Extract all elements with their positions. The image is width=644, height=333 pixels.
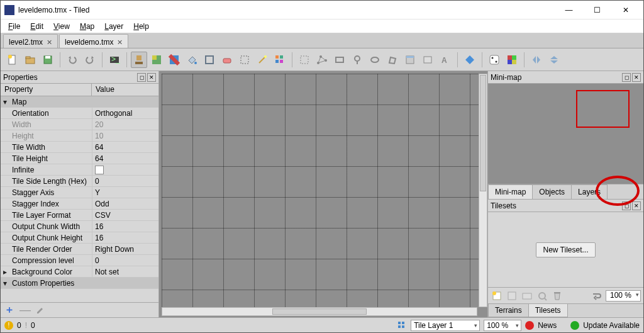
property-row[interactable]: Tile Height64 — [1, 153, 158, 164]
property-row[interactable]: Output Chunk Height16 — [1, 232, 158, 244]
redo-icon[interactable] — [82, 52, 98, 68]
property-row[interactable]: OrientationOrthogonal — [1, 108, 158, 119]
property-row[interactable]: Tile Side Length (Hex)0 — [1, 176, 158, 187]
save-file-icon[interactable] — [40, 52, 56, 68]
undo-icon[interactable] — [64, 52, 80, 68]
edit-property-icon[interactable] — [36, 306, 45, 315]
random-mode-icon[interactable] — [486, 52, 502, 68]
insert-polygon-icon[interactable] — [384, 52, 401, 68]
insert-tile-icon[interactable] — [402, 52, 418, 68]
replace-tileset-icon[interactable] — [536, 290, 548, 302]
close-button[interactable]: ✕ — [611, 1, 640, 20]
select-objects-icon[interactable] — [296, 52, 313, 68]
bucket-fill-icon[interactable] — [184, 52, 200, 68]
menu-help[interactable]: Help — [128, 21, 154, 32]
menu-edit[interactable]: Edit — [25, 21, 48, 32]
magic-wand-icon[interactable] — [254, 52, 270, 68]
right-panels: Mini-map ◻ ✕ Mini-map Objects Layers Til… — [487, 71, 643, 317]
properties-list[interactable]: ▾MapOrientationOrthogonalWidth20Height10… — [1, 96, 158, 302]
error-indicator-icon[interactable]: ! — [4, 321, 13, 330]
highlight-layer-icon[interactable] — [462, 52, 478, 68]
property-row[interactable]: Infinite — [1, 164, 158, 176]
close-panel-icon[interactable]: ✕ — [147, 73, 156, 82]
property-row[interactable]: Tile Layer FormatCSV — [1, 210, 158, 221]
property-row[interactable]: Stagger IndexOdd — [1, 198, 158, 210]
menu-map[interactable]: Map — [75, 21, 99, 32]
vertical-scrollbar[interactable] — [479, 74, 487, 307]
property-row[interactable]: Tile Render OrderRight Down — [1, 244, 158, 255]
tab-objects[interactable]: Objects — [532, 184, 572, 199]
property-row[interactable]: Output Chunk Width16 — [1, 221, 158, 232]
menu-file[interactable]: File — [3, 21, 25, 32]
close-icon[interactable]: ✕ — [117, 38, 123, 47]
insert-point-icon[interactable] — [349, 52, 365, 68]
close-panel-icon[interactable]: ✕ — [632, 201, 641, 210]
tileset-zoom-input[interactable]: 100 % — [606, 290, 641, 302]
tab-level2[interactable]: level2.tmx ✕ — [3, 34, 58, 48]
update-label[interactable]: Update Available — [583, 321, 640, 330]
new-file-icon[interactable] — [4, 52, 21, 68]
same-tile-select-icon[interactable] — [272, 52, 288, 68]
property-row[interactable]: Stagger AxisY — [1, 187, 158, 198]
svg-rect-3 — [26, 57, 30, 59]
checkbox[interactable] — [95, 166, 104, 174]
new-tileset-button[interactable]: New Tileset... — [536, 242, 595, 257]
svg-rect-9 — [135, 62, 143, 64]
tab-terrains[interactable]: Terrains — [488, 304, 529, 317]
tab-tilesets[interactable]: Tilesets — [528, 304, 568, 317]
news-label[interactable]: News — [538, 321, 557, 330]
minimap-viewport-rect[interactable] — [576, 90, 630, 128]
insert-template-icon[interactable] — [419, 52, 436, 68]
insert-rectangle-icon[interactable] — [331, 52, 348, 68]
property-row[interactable]: Tile Width64 — [1, 142, 158, 153]
flip-vertical-icon[interactable] — [546, 52, 562, 68]
tab-label: leveldemo.tmx — [65, 38, 113, 47]
close-panel-icon[interactable]: ✕ — [632, 73, 641, 82]
current-layer-dropdown[interactable]: Tile Layer 1 — [411, 320, 480, 331]
menu-layer[interactable]: Layer — [99, 21, 128, 32]
undock-icon[interactable]: ◻ — [622, 73, 631, 82]
stamp-brush-icon[interactable] — [131, 52, 147, 68]
property-row[interactable]: Compression level0 — [1, 255, 158, 266]
open-file-icon[interactable] — [22, 52, 38, 68]
insert-ellipse-icon[interactable] — [367, 52, 383, 68]
property-row[interactable]: ▸Background ColorNot set — [1, 266, 158, 278]
dynamic-wrap-icon[interactable] — [591, 290, 603, 302]
tilesets-panel: New Tileset... 100 % Terrains Tilesets — [488, 212, 643, 317]
insert-text-icon[interactable]: A — [437, 52, 453, 68]
close-icon[interactable]: ✕ — [47, 38, 52, 47]
map-canvas[interactable] — [162, 74, 479, 308]
minimize-button[interactable]: — — [555, 1, 583, 20]
new-tileset-icon[interactable] — [491, 290, 503, 302]
embed-tileset-icon[interactable] — [506, 290, 518, 302]
undock-icon[interactable]: ◻ — [137, 73, 146, 82]
tile-grid — [162, 74, 479, 308]
wang-brush-icon[interactable] — [166, 52, 182, 68]
edit-polygons-icon[interactable] — [314, 52, 330, 68]
zoom-dropdown[interactable]: 100 % — [484, 320, 521, 331]
property-row[interactable]: Width20 — [1, 119, 158, 130]
undock-icon[interactable]: ◻ — [622, 201, 631, 210]
terrain-brush-icon[interactable] — [148, 52, 165, 68]
delete-tileset-icon[interactable] — [551, 290, 564, 302]
add-property-button[interactable]: ＋ — [4, 303, 14, 317]
edit-tileset-icon[interactable] — [521, 290, 533, 302]
tab-leveldemo[interactable]: leveldemo.tmx ✕ — [59, 34, 128, 48]
property-group-header[interactable]: ▾Custom Properties — [1, 278, 158, 289]
maximize-button[interactable]: ☐ — [583, 1, 611, 20]
remove-property-button[interactable]: — — [19, 303, 31, 317]
shape-fill-icon[interactable] — [201, 52, 218, 68]
svg-rect-14 — [206, 56, 213, 64]
minimap-view[interactable] — [488, 84, 643, 184]
wang-fill-icon[interactable] — [504, 52, 520, 68]
tab-layers[interactable]: Layers — [571, 184, 608, 199]
flip-horizontal-icon[interactable] — [528, 52, 545, 68]
horizontal-scrollbar[interactable] — [162, 307, 477, 316]
rect-select-icon[interactable] — [236, 52, 253, 68]
command-icon[interactable]: >_ — [106, 52, 123, 68]
menu-view[interactable]: View — [48, 21, 75, 32]
property-row[interactable]: Height10 — [1, 130, 158, 142]
eraser-icon[interactable] — [219, 52, 235, 68]
tab-minimap[interactable]: Mini-map — [488, 184, 533, 199]
property-group-header[interactable]: ▾Map — [1, 96, 158, 108]
